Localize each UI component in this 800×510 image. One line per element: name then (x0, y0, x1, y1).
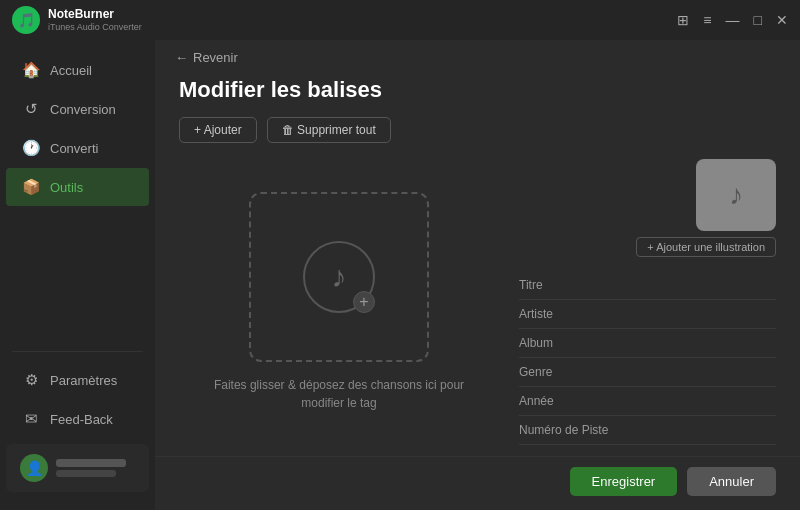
close-icon[interactable]: ✕ (776, 12, 788, 28)
drop-zone[interactable]: ♪ + (249, 192, 429, 362)
titlebar: 🎵 NoteBurner iTunes Audio Converter ⊞ ≡ … (0, 0, 800, 40)
tag-label-titre: Titre (519, 278, 609, 292)
minimize-icon[interactable]: — (726, 12, 740, 28)
tag-field-numero: Numéro de Piste (519, 416, 776, 445)
tag-field-titre: Titre (519, 271, 776, 300)
delete-all-button[interactable]: 🗑 Supprimer tout (267, 117, 391, 143)
content-area: ← Revenir Modifier les balises + Ajouter… (155, 40, 800, 510)
add-button[interactable]: + Ajouter (179, 117, 257, 143)
sidebar-item-label-feedback: Feed-Back (50, 412, 113, 427)
tag-input-album[interactable] (609, 336, 776, 350)
user-email (56, 470, 116, 477)
save-button[interactable]: Enregistrer (570, 467, 678, 496)
sidebar-item-label-parametres: Paramètres (50, 373, 117, 388)
app-name-block: NoteBurner iTunes Audio Converter (48, 7, 142, 32)
drop-zone-container: ♪ + Faites glisser & déposez des chanson… (179, 159, 499, 445)
sidebar-item-outils[interactable]: 📦 Outils (6, 168, 149, 206)
sidebar-item-feedback[interactable]: ✉ Feed-Back (6, 400, 149, 438)
content-header: ← Revenir (155, 40, 800, 65)
sidebar-item-accueil[interactable]: 🏠 Accueil (6, 51, 149, 89)
album-art-box: ♪ (696, 159, 776, 231)
tag-label-artiste: Artiste (519, 307, 609, 321)
content-footer: Enregistrer Annuler (155, 456, 800, 510)
sidebar-item-label-accueil: Accueil (50, 63, 92, 78)
conversion-icon: ↺ (22, 100, 40, 118)
sidebar-item-converti[interactable]: 🕐 Converti (6, 129, 149, 167)
music-icon: ♪ (729, 179, 743, 211)
sidebar-item-label-conversion: Conversion (50, 102, 116, 117)
drop-zone-text: Faites glisser & déposez des chansons ic… (209, 376, 469, 412)
tag-input-numero[interactable] (609, 423, 776, 437)
content-body: Modifier les balises + Ajouter 🗑 Supprim… (155, 65, 800, 456)
tag-field-album: Album (519, 329, 776, 358)
tag-label-album: Album (519, 336, 609, 350)
app-subtitle: iTunes Audio Converter (48, 22, 142, 33)
drop-circle-icon: ♪ + (303, 241, 375, 313)
tag-input-titre[interactable] (609, 278, 776, 292)
sidebar: 🏠 Accueil ↺ Conversion 🕐 Converti 📦 Outi… (0, 40, 155, 510)
tag-field-artiste: Artiste (519, 300, 776, 329)
editor-area: ♪ + Faites glisser & déposez des chanson… (179, 159, 776, 445)
tag-input-artiste[interactable] (609, 307, 776, 321)
main-layout: 🏠 Accueil ↺ Conversion 🕐 Converti 📦 Outi… (0, 40, 800, 510)
home-icon: 🏠 (22, 61, 40, 79)
grid-icon[interactable]: ⊞ (677, 12, 689, 28)
titlebar-controls: ⊞ ≡ — □ ✕ (677, 12, 788, 28)
mail-icon: ✉ (22, 410, 40, 428)
avatar: 👤 (20, 454, 48, 482)
settings-icon: ⚙ (22, 371, 40, 389)
maximize-icon[interactable]: □ (754, 12, 762, 28)
tools-icon: 📦 (22, 178, 40, 196)
sidebar-item-parametres[interactable]: ⚙ Paramètres (6, 361, 149, 399)
tag-fields: Titre Artiste Album Genre (519, 271, 776, 445)
clock-icon: 🕐 (22, 139, 40, 157)
sidebar-item-label-converti: Converti (50, 141, 98, 156)
tag-label-genre: Genre (519, 365, 609, 379)
user-info (56, 459, 126, 477)
plus-icon: + (353, 291, 375, 313)
sidebar-item-label-outils: Outils (50, 180, 83, 195)
music-note-icon: ♪ (332, 260, 347, 294)
sidebar-nav: 🏠 Accueil ↺ Conversion 🕐 Converti 📦 Outi… (0, 40, 155, 343)
back-arrow-icon: ← (175, 50, 188, 65)
back-button[interactable]: ← Revenir (175, 50, 238, 65)
app-name: NoteBurner (48, 7, 142, 21)
add-art-button[interactable]: + Ajouter une illustration (636, 237, 776, 257)
app-logo: 🎵 (12, 6, 40, 34)
back-label: Revenir (193, 50, 238, 65)
cancel-button[interactable]: Annuler (687, 467, 776, 496)
tag-field-annee: Année (519, 387, 776, 416)
tag-label-numero: Numéro de Piste (519, 423, 609, 437)
page-title: Modifier les balises (179, 77, 776, 103)
titlebar-left: 🎵 NoteBurner iTunes Audio Converter (12, 6, 142, 34)
tag-input-genre[interactable] (609, 365, 776, 379)
tag-input-annee[interactable] (609, 394, 776, 408)
menu-icon[interactable]: ≡ (703, 12, 711, 28)
sidebar-divider (12, 351, 143, 352)
tag-label-annee: Année (519, 394, 609, 408)
sidebar-item-conversion[interactable]: ↺ Conversion (6, 90, 149, 128)
right-panel: ♪ + Ajouter une illustration Titre Artis… (519, 159, 776, 445)
user-name (56, 459, 126, 467)
toolbar: + Ajouter 🗑 Supprimer tout (179, 117, 776, 143)
sidebar-bottom: ⚙ Paramètres ✉ Feed-Back 👤 (0, 360, 155, 510)
sidebar-user[interactable]: 👤 (6, 444, 149, 492)
tag-field-genre: Genre (519, 358, 776, 387)
